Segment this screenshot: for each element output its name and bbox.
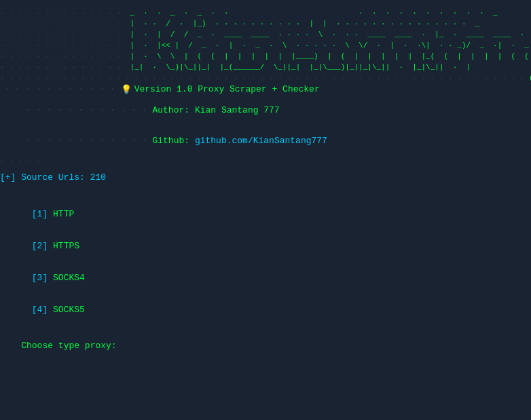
dots-github-prefix: · · · · · · · · · · · · <box>25 136 152 146</box>
source-urls-line: [+] Source Urls: 210 <box>0 172 531 183</box>
dots-separator: · · · · · <box>0 156 531 167</box>
menu-label-socks5: SOCKS5 <box>53 305 85 315</box>
menu-label-http: HTTP <box>53 209 74 219</box>
menu-item-https[interactable]: [2] HTTPS <box>0 231 531 261</box>
menu-label-socks4: SOCKS4 <box>53 273 85 283</box>
source-urls-label: [+] Source Urls: <box>0 172 85 183</box>
terminal-window: · · · · · · · · · · · · · · _ · · _ · _ … <box>0 5 531 415</box>
menu-num-1: [1] <box>32 209 48 219</box>
menu-num-2: [2] <box>32 241 48 251</box>
choose-prompt-line: Choose type proxy: <box>0 330 531 361</box>
author-line: · · · · · · · · · · · · Author: Kian San… <box>0 95 531 126</box>
author-name: Kian Santang 777 <box>195 105 280 115</box>
version-text: Version 1.0 Proxy Scraper + Checker <box>134 84 320 94</box>
menu-num-3: [3] <box>32 273 48 283</box>
menu-item-socks4[interactable]: [3] SOCKS4 <box>0 263 531 293</box>
ascii-art-banner: · · · · · · · · · · · · · · _ · · _ · _ … <box>0 8 531 84</box>
menu-num-4: [4] <box>32 305 48 315</box>
menu-item-http[interactable]: [1] HTTP <box>0 199 531 229</box>
menu-item-socks5[interactable]: [4] SOCKS5 <box>0 294 531 325</box>
version-line: · · · · · · · · · · · 💡 Version 1.0 Prox… <box>0 84 531 95</box>
dots-prefix: · · · · · · · · · · · <box>4 84 121 94</box>
menu-label-https: HTTPS <box>53 241 79 251</box>
github-url[interactable]: github.com/KianSantang777 <box>195 136 327 146</box>
author-label: Author: <box>152 105 189 115</box>
dots-author-prefix: · · · · · · · · · · · · <box>25 105 152 115</box>
bulb-icon: 💡 <box>121 84 132 95</box>
github-line: · · · · · · · · · · · · Github: github.c… <box>0 126 531 156</box>
github-label: Github: <box>152 136 189 146</box>
choose-prompt-text: Choose type proxy: <box>21 341 116 351</box>
menu-section: [1] HTTP [2] HTTPS [3] SOCKS4 [4] SOCKS5 <box>0 199 531 325</box>
source-urls-count: 210 <box>90 172 106 183</box>
